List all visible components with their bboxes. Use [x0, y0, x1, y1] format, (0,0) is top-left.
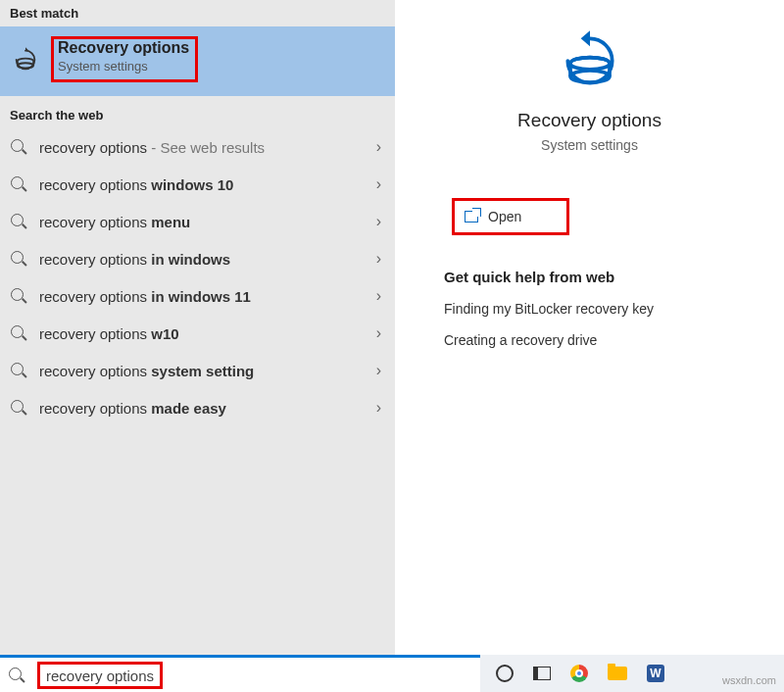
- search-icon: [10, 324, 27, 342]
- detail-hero: Recovery options System settings: [395, 29, 784, 153]
- search-bar[interactable]: recovery options: [0, 655, 480, 692]
- chevron-right-icon: ›: [376, 250, 381, 268]
- web-result-item[interactable]: recovery options made easy›: [0, 389, 395, 426]
- chevron-right-icon: ›: [376, 399, 381, 417]
- web-result-text: recovery options in windows 11: [39, 288, 251, 305]
- web-result-item[interactable]: recovery options in windows›: [0, 240, 395, 277]
- web-result-item[interactable]: recovery options windows 10›: [0, 166, 395, 203]
- open-button[interactable]: Open: [452, 198, 569, 235]
- best-match-subtitle: System settings: [58, 59, 189, 74]
- taskbar: W: [480, 655, 784, 692]
- web-results-list: recovery options - See web results›recov…: [0, 128, 395, 426]
- chevron-right-icon: ›: [376, 213, 381, 230]
- search-icon: [8, 667, 25, 684]
- quick-help-link[interactable]: Creating a recovery drive: [444, 332, 784, 348]
- search-input[interactable]: recovery options: [37, 662, 163, 689]
- detail-title: Recovery options: [395, 110, 784, 131]
- chevron-right-icon: ›: [376, 287, 381, 305]
- search-icon: [10, 175, 27, 193]
- watermark: wsxdn.com: [722, 674, 776, 686]
- web-result-item[interactable]: recovery options menu›: [0, 203, 395, 240]
- chevron-right-icon: ›: [376, 175, 381, 193]
- quick-help-title: Get quick help from web: [444, 269, 784, 285]
- best-match-result[interactable]: Recovery options System settings: [0, 26, 395, 96]
- chevron-right-icon: ›: [376, 362, 381, 379]
- recovery-icon: [559, 78, 621, 95]
- file-explorer-icon[interactable]: [608, 667, 627, 680]
- cortana-icon[interactable]: [496, 665, 514, 682]
- search-icon: [10, 138, 27, 156]
- word-icon[interactable]: W: [647, 665, 664, 682]
- search-icon: [10, 399, 27, 417]
- svg-marker-1: [580, 30, 589, 46]
- best-match-header: Best match: [0, 0, 395, 26]
- web-result-item[interactable]: recovery options w10›: [0, 315, 395, 352]
- detail-subtitle: System settings: [395, 137, 784, 153]
- best-match-title: Recovery options: [58, 39, 189, 57]
- chevron-right-icon: ›: [376, 324, 381, 342]
- quick-help-link[interactable]: Finding my BitLocker recovery key: [444, 301, 784, 317]
- quick-help-section: Get quick help from web Finding my BitLo…: [444, 269, 784, 348]
- web-result-text: recovery options windows 10: [39, 176, 233, 193]
- web-result-text: recovery options system setting: [39, 363, 254, 379]
- web-result-item[interactable]: recovery options - See web results›: [0, 128, 395, 166]
- web-result-text: recovery options menu: [39, 214, 190, 230]
- search-icon: [10, 362, 27, 379]
- recovery-icon: [12, 46, 39, 74]
- search-icon: [10, 287, 27, 305]
- search-results-panel: Best match Recovery options System setti…: [0, 0, 395, 655]
- web-result-text: recovery options w10: [39, 325, 179, 342]
- best-match-text-box: Recovery options System settings: [51, 36, 198, 82]
- web-result-item[interactable]: recovery options system setting›: [0, 352, 395, 389]
- svg-point-0: [18, 63, 33, 68]
- svg-point-3: [570, 58, 610, 70]
- detail-panel: Recovery options System settings Open Ge…: [395, 0, 784, 655]
- search-icon: [10, 213, 27, 230]
- open-icon: [465, 211, 478, 222]
- open-label: Open: [488, 209, 521, 224]
- web-result-text: recovery options made easy: [39, 400, 226, 417]
- web-result-item[interactable]: recovery options in windows 11›: [0, 277, 395, 315]
- task-view-icon[interactable]: [533, 667, 551, 680]
- chevron-right-icon: ›: [376, 138, 381, 156]
- web-result-text: recovery options in windows: [39, 251, 230, 268]
- chrome-icon[interactable]: [570, 665, 588, 682]
- search-icon: [10, 250, 27, 268]
- web-result-text: recovery options - See web results: [39, 139, 265, 156]
- search-web-header: Search the web: [0, 102, 395, 128]
